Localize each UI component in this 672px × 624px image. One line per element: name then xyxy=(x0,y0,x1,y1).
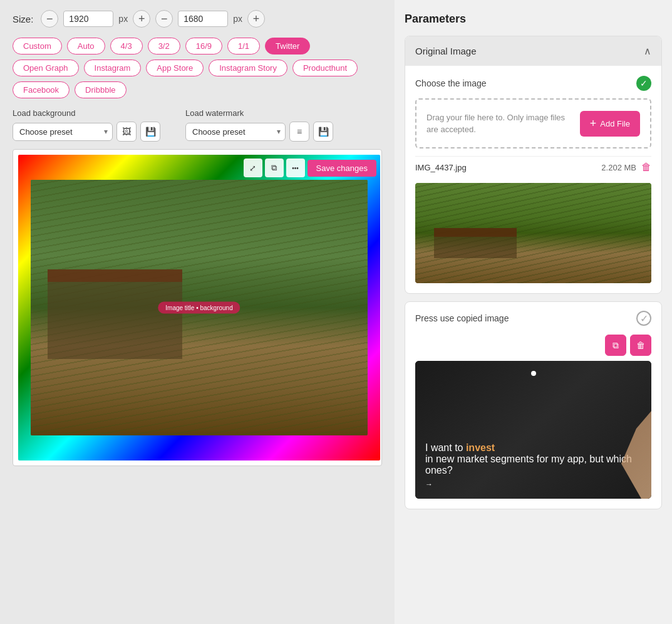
background-preset-select[interactable]: Choose preset xyxy=(13,123,113,141)
preset-twitter[interactable]: Twitter xyxy=(265,38,310,55)
check-symbol: ✓ xyxy=(640,78,648,88)
preview-landscape xyxy=(415,183,651,283)
original-image-card: Original Image ∧ Choose the image ✓ Drag… xyxy=(405,36,662,294)
right-panel: Parameters Original Image ∧ Choose the i… xyxy=(395,0,672,624)
preset-3-2[interactable]: 3/2 xyxy=(148,38,180,55)
preset-16-9[interactable]: 16/9 xyxy=(185,38,222,55)
canvas-wrapper: Image title • background ⤢ ⧉ ••• Save ch… xyxy=(13,149,382,466)
original-image-body: Choose the image ✓ Drag your file here t… xyxy=(405,66,661,293)
choose-image-header: Choose the image ✓ xyxy=(415,76,651,91)
preset-4-3[interactable]: 4/3 xyxy=(110,38,143,55)
canvas-copy-button[interactable]: ⧉ xyxy=(265,159,284,177)
preset-instagram[interactable]: Instagram xyxy=(84,60,142,76)
press-use-actions: ⧉ 🗑 xyxy=(405,335,661,361)
load-watermark-label: Load watermark xyxy=(185,108,333,118)
choose-image-label: Choose the image xyxy=(415,78,487,88)
save-changes-button[interactable]: Save changes xyxy=(308,160,376,177)
preset-producthunt[interactable]: Producthunt xyxy=(292,60,358,76)
image-preview xyxy=(415,183,651,283)
preset-facebook[interactable]: Facebook xyxy=(13,81,70,98)
social-preview: I want to invest in new market segments … xyxy=(415,361,651,499)
watermark-floppy-icon[interactable]: 💾 xyxy=(313,122,333,142)
background-image-icon[interactable]: 🖼 xyxy=(116,122,137,142)
height-decrease-button[interactable]: − xyxy=(155,10,173,28)
copied-image-card: Press use copied image ✓ ⧉ 🗑 I want to i… xyxy=(405,301,662,509)
width-increase-button[interactable]: + xyxy=(133,10,150,28)
height-increase-button[interactable]: + xyxy=(247,10,265,28)
width-input[interactable] xyxy=(63,11,113,27)
load-background-label: Load background xyxy=(13,108,160,118)
original-image-header[interactable]: Original Image ∧ xyxy=(405,36,661,66)
background-floppy-icon[interactable]: 💾 xyxy=(140,122,160,142)
file-name: IMG_4437.jpg xyxy=(415,163,467,172)
file-info-row: IMG_4437.jpg 2.202 MB 🗑 xyxy=(415,156,651,178)
copy-image-button[interactable]: ⧉ xyxy=(605,335,626,356)
drop-text: Drag your file here to. Only image files… xyxy=(426,112,565,136)
height-input[interactable] xyxy=(178,11,228,27)
watermark-preset-select[interactable]: Choose preset xyxy=(185,123,286,141)
add-file-label: Add File xyxy=(600,119,630,128)
press-use-title: Press use copied image xyxy=(415,313,509,323)
social-text-block: I want to invest in new market segments … xyxy=(415,432,651,499)
image-check-icon: ✓ xyxy=(636,76,651,91)
social-text-normal: I want to invest xyxy=(425,442,641,454)
width-unit: px xyxy=(118,14,128,24)
file-delete-button[interactable]: 🗑 xyxy=(641,162,651,173)
social-arrow: → xyxy=(425,480,641,489)
parameters-title: Parameters xyxy=(405,13,662,26)
preset-1-1[interactable]: 1/1 xyxy=(227,38,260,55)
canvas-area[interactable]: Image title • background ⤢ ⧉ ••• Save ch… xyxy=(18,155,380,460)
width-decrease-button[interactable]: − xyxy=(41,10,58,28)
canvas-image: Image title • background xyxy=(31,180,368,435)
height-unit: px xyxy=(233,14,242,24)
house-overlay xyxy=(48,269,182,359)
watermark-filter-icon[interactable]: ≡ xyxy=(289,122,309,142)
social-highlight: invest xyxy=(466,442,495,453)
preset-dribbble[interactable]: Dribbble xyxy=(75,81,126,98)
social-preview-inner: I want to invest in new market segments … xyxy=(415,361,651,499)
press-use-check-icon: ✓ xyxy=(636,311,651,326)
preset-auto[interactable]: Auto xyxy=(67,38,105,55)
canvas-more-button[interactable]: ••• xyxy=(286,159,305,177)
file-size: 2.202 MB xyxy=(601,163,636,172)
add-file-plus-icon: + xyxy=(590,117,597,130)
preset-open-graph[interactable]: Open Graph xyxy=(13,60,79,76)
preset-app-store[interactable]: App Store xyxy=(146,60,204,76)
original-image-title: Original Image xyxy=(415,46,477,56)
file-size-row: 2.202 MB 🗑 xyxy=(601,162,651,173)
social-text-rest: in new market segments for my app, but w… xyxy=(425,454,641,476)
preset-instagram-story[interactable]: Instagram Story xyxy=(209,60,287,76)
canvas-expand-button[interactable]: ⤢ xyxy=(244,159,262,177)
canvas-overlay-label: Image title • background xyxy=(158,302,240,314)
drop-zone[interactable]: Drag your file here to. Only image files… xyxy=(415,98,651,148)
canvas-toolbar: ⤢ ⧉ ••• Save changes xyxy=(244,159,376,177)
delete-image-button[interactable]: 🗑 xyxy=(630,335,651,356)
preview-house xyxy=(434,228,517,258)
social-dot xyxy=(531,371,536,376)
add-file-button[interactable]: + Add File xyxy=(580,111,640,137)
size-label: Size: xyxy=(13,14,33,24)
preset-custom[interactable]: Custom xyxy=(13,38,62,55)
press-use-header[interactable]: Press use copied image ✓ xyxy=(405,302,661,335)
original-image-chevron: ∧ xyxy=(644,45,651,57)
